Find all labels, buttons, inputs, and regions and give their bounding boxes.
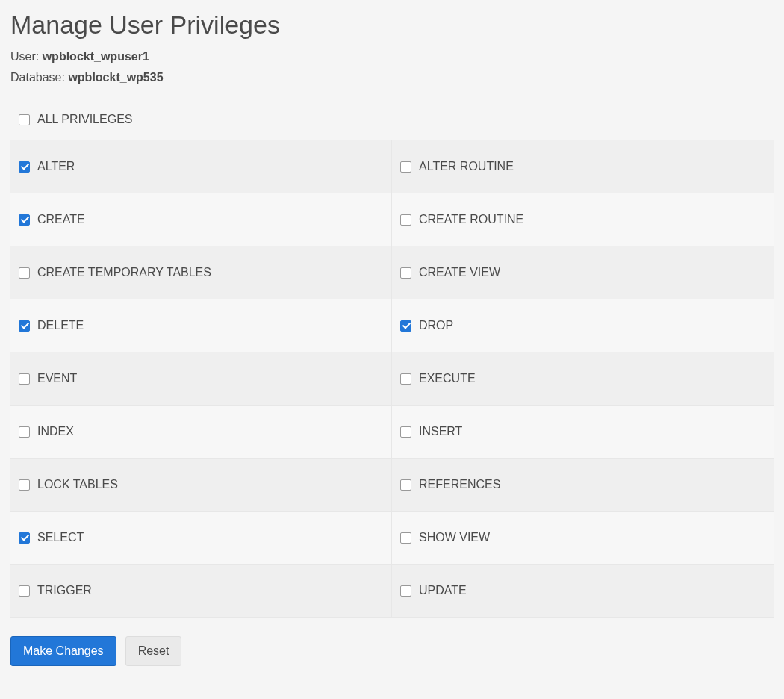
all-privileges-checkbox[interactable] bbox=[19, 114, 30, 125]
all-privileges-label: ALL PRIVILEGES bbox=[37, 113, 132, 126]
privilege-row: CREATECREATE ROUTINE bbox=[10, 193, 774, 246]
privilege-checkbox[interactable] bbox=[19, 267, 30, 279]
privilege-cell: LOCK TABLES bbox=[10, 459, 392, 511]
privilege-label: INSERT bbox=[419, 425, 462, 438]
privilege-checkbox[interactable] bbox=[400, 267, 411, 279]
privilege-checkbox[interactable] bbox=[19, 373, 30, 385]
privilege-row: TRIGGERUPDATE bbox=[10, 565, 774, 618]
privilege-checkbox[interactable] bbox=[19, 479, 30, 491]
privilege-checkbox[interactable] bbox=[400, 320, 411, 332]
privilege-row: SELECTSHOW VIEW bbox=[10, 512, 774, 565]
privilege-label: ALTER bbox=[37, 160, 75, 173]
privilege-label: SELECT bbox=[37, 531, 84, 544]
privilege-checkbox[interactable] bbox=[400, 161, 411, 173]
privilege-cell: SELECT bbox=[10, 512, 392, 564]
privilege-row: LOCK TABLESREFERENCES bbox=[10, 459, 774, 512]
privilege-checkbox[interactable] bbox=[19, 214, 30, 226]
privilege-label: LOCK TABLES bbox=[37, 478, 118, 491]
privilege-label: UPDATE bbox=[419, 584, 467, 597]
privilege-cell: CREATE bbox=[10, 193, 392, 246]
privilege-checkbox[interactable] bbox=[19, 320, 30, 332]
user-line: User: wpblockt_wpuser1 bbox=[10, 50, 774, 63]
privilege-label: CREATE bbox=[37, 213, 85, 226]
privilege-label: SHOW VIEW bbox=[419, 531, 490, 544]
privilege-label: EVENT bbox=[37, 372, 77, 385]
privilege-checkbox[interactable] bbox=[400, 532, 411, 544]
privilege-checkbox[interactable] bbox=[400, 479, 411, 491]
user-label: User: bbox=[10, 50, 43, 63]
user-value: wpblockt_wpuser1 bbox=[43, 50, 149, 63]
privilege-checkbox[interactable] bbox=[400, 214, 411, 226]
privilege-label: CREATE TEMPORARY TABLES bbox=[37, 266, 211, 279]
privilege-row: ALTERALTER ROUTINE bbox=[10, 140, 774, 193]
privilege-cell: UPDATE bbox=[392, 565, 774, 617]
privilege-label: CREATE VIEW bbox=[419, 266, 500, 279]
privilege-cell: EXECUTE bbox=[392, 352, 774, 405]
privilege-cell: EVENT bbox=[10, 352, 392, 405]
privilege-cell: DELETE bbox=[10, 299, 392, 352]
actions-row: Make Changes Reset bbox=[10, 636, 774, 666]
privilege-label: INDEX bbox=[37, 425, 74, 438]
database-label: Database: bbox=[10, 71, 68, 84]
privilege-cell: ALTER bbox=[10, 140, 392, 193]
privilege-checkbox[interactable] bbox=[400, 373, 411, 385]
privileges-table: ALTERALTER ROUTINECREATECREATE ROUTINECR… bbox=[10, 140, 774, 618]
privilege-label: ALTER ROUTINE bbox=[419, 160, 514, 173]
database-line: Database: wpblockt_wp535 bbox=[10, 71, 774, 84]
page-title: Manage User Privileges bbox=[10, 10, 774, 40]
make-changes-button[interactable]: Make Changes bbox=[10, 636, 116, 666]
all-privileges-row: ALL PRIVILEGES bbox=[10, 99, 774, 140]
privilege-row: CREATE TEMPORARY TABLESCREATE VIEW bbox=[10, 246, 774, 299]
privilege-cell: INSERT bbox=[392, 406, 774, 458]
privilege-cell: INDEX bbox=[10, 406, 392, 458]
privilege-checkbox[interactable] bbox=[19, 161, 30, 173]
privilege-label: REFERENCES bbox=[419, 478, 500, 491]
privilege-label: TRIGGER bbox=[37, 584, 92, 597]
privilege-row: EVENTEXECUTE bbox=[10, 352, 774, 406]
privilege-row: DELETEDROP bbox=[10, 299, 774, 352]
reset-button[interactable]: Reset bbox=[125, 636, 182, 666]
privilege-label: DELETE bbox=[37, 319, 84, 332]
privilege-label: CREATE ROUTINE bbox=[419, 213, 523, 226]
privilege-checkbox[interactable] bbox=[400, 426, 411, 438]
privilege-label: EXECUTE bbox=[419, 372, 476, 385]
database-value: wpblockt_wp535 bbox=[68, 71, 163, 84]
privilege-cell: CREATE VIEW bbox=[392, 246, 774, 299]
privilege-label: DROP bbox=[419, 319, 453, 332]
privilege-cell: DROP bbox=[392, 299, 774, 352]
privilege-cell: SHOW VIEW bbox=[392, 512, 774, 564]
privilege-checkbox[interactable] bbox=[19, 532, 30, 544]
privilege-checkbox[interactable] bbox=[19, 426, 30, 438]
privilege-checkbox[interactable] bbox=[19, 585, 30, 597]
privilege-cell: CREATE TEMPORARY TABLES bbox=[10, 246, 392, 299]
privilege-cell: REFERENCES bbox=[392, 459, 774, 511]
privilege-row: INDEXINSERT bbox=[10, 406, 774, 459]
privilege-cell: CREATE ROUTINE bbox=[392, 193, 774, 246]
privilege-cell: TRIGGER bbox=[10, 565, 392, 617]
privilege-cell: ALTER ROUTINE bbox=[392, 140, 774, 193]
privilege-checkbox[interactable] bbox=[400, 585, 411, 597]
